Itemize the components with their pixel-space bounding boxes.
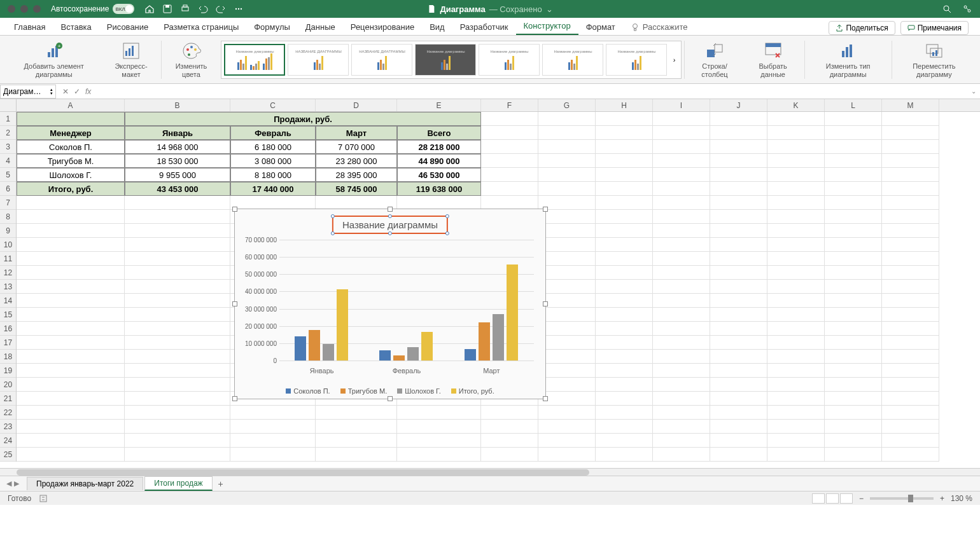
cell[interactable] xyxy=(125,406,230,420)
share-button[interactable]: Поделиться xyxy=(829,21,895,35)
cell[interactable] xyxy=(125,224,230,238)
row-header[interactable]: 21 xyxy=(0,392,16,406)
cell[interactable]: Соколов П. xyxy=(17,140,125,154)
cell[interactable] xyxy=(825,140,882,154)
cell[interactable] xyxy=(538,182,596,196)
cell[interactable] xyxy=(230,406,316,420)
cell[interactable] xyxy=(710,420,767,434)
add-sheet-button[interactable]: + xyxy=(214,479,228,489)
cell[interactable] xyxy=(481,420,538,434)
cell[interactable] xyxy=(596,364,653,378)
cell[interactable] xyxy=(125,280,230,294)
tab-home[interactable]: Главная xyxy=(6,19,53,35)
cell[interactable] xyxy=(653,126,710,140)
cell[interactable] xyxy=(596,280,653,294)
cell[interactable] xyxy=(882,280,939,294)
cell[interactable] xyxy=(653,308,710,322)
tab-review[interactable]: Рецензирование xyxy=(343,19,422,35)
column-header[interactable]: B xyxy=(125,99,230,111)
cell[interactable] xyxy=(125,308,230,322)
cell[interactable] xyxy=(710,154,767,168)
cell[interactable]: Февраль xyxy=(230,126,316,140)
cell[interactable] xyxy=(882,238,939,252)
tab-format[interactable]: Формат xyxy=(578,19,623,35)
row-header[interactable]: 23 xyxy=(0,420,16,434)
cell[interactable] xyxy=(882,224,939,238)
cell[interactable] xyxy=(17,420,125,434)
cell[interactable] xyxy=(710,350,767,364)
row-header[interactable]: 7 xyxy=(0,196,16,210)
cell[interactable] xyxy=(825,378,882,392)
cell[interactable] xyxy=(17,280,125,294)
cell[interactable]: Шолохов Г. xyxy=(17,168,125,182)
cell[interactable] xyxy=(653,266,710,280)
cell[interactable] xyxy=(596,182,653,196)
cell[interactable] xyxy=(882,266,939,280)
cell[interactable] xyxy=(653,112,710,126)
cell[interactable] xyxy=(230,434,316,448)
cell[interactable] xyxy=(825,154,882,168)
cell[interactable] xyxy=(767,406,825,420)
formula-input[interactable] xyxy=(97,85,971,99)
cell[interactable] xyxy=(596,294,653,308)
row-header[interactable]: 9 xyxy=(0,224,16,238)
cell[interactable] xyxy=(596,168,653,182)
confirm-formula-icon[interactable]: ✓ xyxy=(74,87,80,96)
cell[interactable] xyxy=(653,196,710,210)
cell[interactable] xyxy=(710,322,767,336)
name-box[interactable]: Диаграм… ▴▾ xyxy=(0,85,56,99)
cell[interactable] xyxy=(125,364,230,378)
fx-icon[interactable]: fx xyxy=(85,87,91,96)
cell[interactable] xyxy=(710,294,767,308)
cell[interactable] xyxy=(125,294,230,308)
window-controls[interactable] xyxy=(8,5,41,13)
quick-layout-button[interactable]: Экспресс-макет xyxy=(104,38,158,81)
autosave-toggle[interactable]: ВКЛ. xyxy=(113,4,134,14)
cell[interactable] xyxy=(481,448,538,462)
resize-handle[interactable] xyxy=(232,301,237,306)
cell[interactable] xyxy=(825,112,882,126)
cell[interactable] xyxy=(653,140,710,154)
spreadsheet-grid[interactable]: ABCDEFGHIJKLM 12345678910111213141516171… xyxy=(0,99,980,468)
cell[interactable] xyxy=(596,350,653,364)
cell[interactable] xyxy=(653,154,710,168)
cell[interactable] xyxy=(825,238,882,252)
cell[interactable] xyxy=(825,280,882,294)
row-header[interactable]: 4 xyxy=(0,154,16,168)
cell[interactable] xyxy=(17,196,125,210)
cell[interactable] xyxy=(596,210,653,224)
page-layout-view-button[interactable] xyxy=(826,493,839,504)
row-header[interactable]: 3 xyxy=(0,140,16,154)
cell[interactable] xyxy=(767,224,825,238)
cell[interactable] xyxy=(825,210,882,224)
cell[interactable] xyxy=(653,336,710,350)
scrollbar-thumb[interactable] xyxy=(17,469,589,476)
cell[interactable]: 119 638 000 xyxy=(397,182,481,196)
cell[interactable] xyxy=(825,126,882,140)
cell[interactable] xyxy=(825,322,882,336)
cell[interactable] xyxy=(538,126,596,140)
cell[interactable]: 17 440 000 xyxy=(230,182,316,196)
cell[interactable] xyxy=(596,266,653,280)
cell[interactable] xyxy=(596,448,653,462)
cell[interactable] xyxy=(397,196,481,210)
cell[interactable] xyxy=(825,336,882,350)
cell[interactable] xyxy=(653,224,710,238)
cell[interactable] xyxy=(710,448,767,462)
cell[interactable] xyxy=(653,182,710,196)
home-icon[interactable] xyxy=(144,4,155,14)
row-header[interactable]: 18 xyxy=(0,350,16,364)
cell[interactable] xyxy=(316,196,397,210)
cell[interactable] xyxy=(538,322,596,336)
column-header[interactable]: K xyxy=(767,99,825,111)
cell[interactable]: 43 453 000 xyxy=(125,182,230,196)
column-header[interactable]: L xyxy=(825,99,882,111)
column-header[interactable]: C xyxy=(230,99,316,111)
cell[interactable] xyxy=(767,154,825,168)
cell[interactable] xyxy=(125,196,230,210)
cell[interactable] xyxy=(230,196,316,210)
resize-handle[interactable] xyxy=(388,396,393,401)
cell[interactable] xyxy=(125,336,230,350)
row-header[interactable]: 13 xyxy=(0,280,16,294)
cell[interactable] xyxy=(538,406,596,420)
